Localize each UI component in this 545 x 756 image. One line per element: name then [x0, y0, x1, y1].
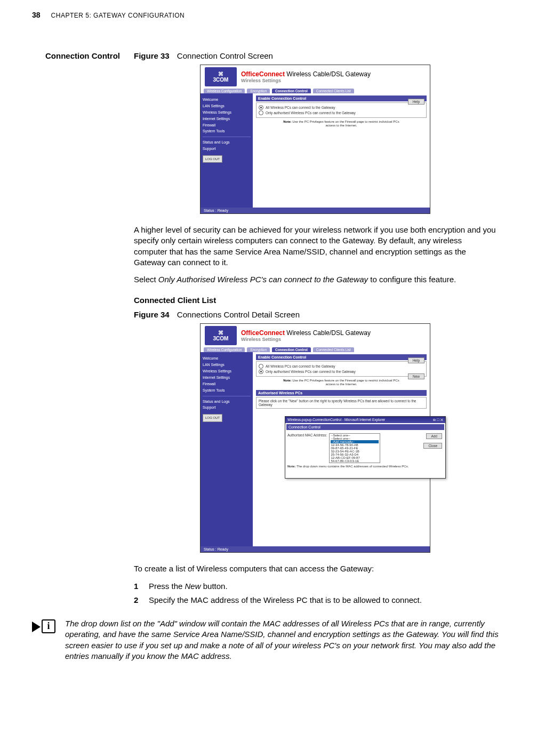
tab-wireless-config[interactable]: Wireless Configuration: [204, 347, 245, 352]
note-text: Note: Use the PC Privileges feature on t…: [283, 120, 400, 128]
sidebar-item-firewall[interactable]: Firewall: [203, 381, 251, 387]
sidebar-item-system-tools[interactable]: System Tools: [203, 387, 251, 394]
sidebar: Welcome LAN Settings Wireless Settings I…: [201, 93, 253, 208]
ws-label: Wireless Settings: [241, 337, 371, 342]
radio-all-pcs[interactable]: [259, 364, 263, 369]
sidebar-item-lan[interactable]: LAN Settings: [203, 362, 251, 368]
tab-connected-clients[interactable]: Connected Clients List: [313, 89, 354, 93]
step-1: 1Press the New button.: [134, 581, 496, 592]
sidebar-item-lan[interactable]: LAN Settings: [203, 103, 251, 109]
brand-suffix: Wireless Cable/DSL Gateway: [285, 70, 371, 78]
sidebar-item-firewall[interactable]: Firewall: [203, 122, 251, 129]
3com-logo: ⌘ 3COM: [205, 326, 237, 345]
logout-button[interactable]: LOG OUT: [203, 414, 222, 421]
radio-all-pcs[interactable]: [259, 105, 263, 110]
figure-34-label: Figure 34: [134, 310, 170, 319]
figure-33-label: Figure 33: [134, 51, 170, 60]
tabs: Wireless Configuration Encryption Connec…: [201, 89, 430, 93]
info-icon: i: [32, 618, 54, 634]
intro-paragraph: A higher level of security can be achiev…: [134, 225, 496, 268]
mac-select[interactable]: --Select one-- --Select one-- –Add manua…: [329, 433, 380, 463]
info-text: The drop down list on the "Add" window w…: [65, 618, 513, 662]
status-bar: Status : Ready: [201, 546, 430, 552]
select-paragraph: Select Only Authorised Wireless PC's can…: [134, 274, 496, 285]
sidebar-item-support[interactable]: Support: [203, 146, 251, 152]
radio-auth-only[interactable]: [259, 110, 263, 115]
figure-34-caption: Figure 34 Connections Control Detail Scr…: [134, 310, 496, 319]
popup-titlebar: Wireless-popup-ConnectionControl - Micro…: [285, 417, 445, 423]
ws-label: Wireless Settings: [241, 78, 371, 83]
sidebar-item-welcome[interactable]: Welcome: [203, 355, 251, 362]
3com-logo: ⌘ 3COM: [205, 67, 237, 86]
brand-name: OfficeConnect: [241, 329, 285, 337]
sidebar: Welcome LAN Settings Wireless Settings I…: [201, 352, 253, 546]
connection-control-popup: Wireless-popup-ConnectionControl - Micro…: [285, 416, 446, 479]
steps-list: 1Press the New button. 2Specify the MAC …: [134, 581, 496, 606]
sidebar-item-wireless[interactable]: Wireless Settings: [203, 109, 251, 116]
sidebar-item-wireless[interactable]: Wireless Settings: [203, 368, 251, 375]
connected-client-list-heading: Connected Client List: [134, 296, 496, 305]
help-button[interactable]: Help: [408, 357, 424, 363]
to-create-paragraph: To create a list of Wireless computers t…: [134, 563, 496, 574]
add-button[interactable]: Add: [426, 433, 442, 439]
running-head: 38 CHAPTER 5: GATEWAY CONFIGURATION: [32, 11, 513, 19]
section-title: Connection Control: [32, 51, 120, 611]
sidebar-item-system-tools[interactable]: System Tools: [203, 128, 251, 134]
info-block: i The drop down list on the "Add" window…: [32, 618, 513, 662]
sidebar-item-internet[interactable]: Internet Settings: [203, 116, 251, 122]
close-button[interactable]: Close: [423, 443, 442, 449]
help-button[interactable]: Help: [408, 99, 424, 105]
enable-cc-header: Enable Connection Control: [256, 354, 427, 360]
note-text: Note: Use the PC Privileges feature on t…: [283, 379, 400, 386]
figure-33-text: Connection Control Screen: [177, 51, 273, 60]
auth-pc-header: Authorised Wireless PCs: [256, 390, 427, 396]
page-number: 38: [32, 11, 41, 19]
tab-connected-clients[interactable]: Connected Clients List: [313, 347, 354, 352]
enable-cc-header: Enable Connection Control: [256, 96, 427, 101]
logout-button[interactable]: LOG OUT: [203, 155, 222, 163]
figure-33-image: ⌘ 3COM OfficeConnect Wireless Cable/DSL …: [134, 65, 496, 214]
sidebar-item-welcome[interactable]: Welcome: [203, 97, 251, 103]
tab-encryption[interactable]: Encryption: [247, 89, 270, 93]
popup-header: Connection Control: [286, 424, 444, 430]
brand-suffix: Wireless Cable/DSL Gateway: [285, 329, 371, 337]
tab-connection-control[interactable]: Connection Control: [272, 89, 311, 93]
sidebar-item-status[interactable]: Status and Logs: [203, 399, 251, 405]
tabs: Wireless Configuration Encryption Connec…: [201, 347, 430, 352]
step-2: 2Specify the MAC address of the Wireless…: [134, 595, 496, 606]
opt-auth-only: Only authorised Wireless PCs can connect…: [266, 370, 356, 373]
popup-note: Note: The drop down menu contains the MA…: [287, 465, 443, 468]
opt-all-pcs: All Wireless PCs can connect to the Gate…: [266, 106, 335, 109]
figure-33-caption: Figure 33 Connection Control Screen: [134, 51, 496, 60]
tab-wireless-config[interactable]: Wireless Configuration: [204, 89, 245, 93]
brand-name: OfficeConnect: [241, 70, 285, 78]
sidebar-item-support[interactable]: Support: [203, 404, 251, 411]
tab-connection-control[interactable]: Connection Control: [272, 347, 311, 352]
opt-all-pcs: All Wireless PCs can connect to the Gate…: [266, 364, 335, 368]
auth-pc-text: Please click on the "New" button on the …: [256, 397, 427, 409]
new-button[interactable]: New: [408, 373, 424, 379]
figure-34-image: ⌘ 3COM OfficeConnect Wireless Cable/DSL …: [134, 323, 496, 553]
tab-encryption[interactable]: Encryption: [247, 347, 270, 352]
radio-auth-only[interactable]: [259, 369, 263, 374]
chapter-label: CHAPTER 5: GATEWAY CONFIGURATION: [51, 12, 185, 19]
status-bar: Status : Ready: [201, 208, 430, 213]
figure-34-text: Connections Control Detail Screen: [177, 310, 300, 319]
sidebar-item-status[interactable]: Status and Logs: [203, 139, 251, 146]
opt-auth-only: Only authorised Wireless PCs can connect…: [266, 111, 356, 115]
mac-label: Authorised MAC Address:: [287, 433, 327, 437]
sidebar-item-internet[interactable]: Internet Settings: [203, 375, 251, 381]
